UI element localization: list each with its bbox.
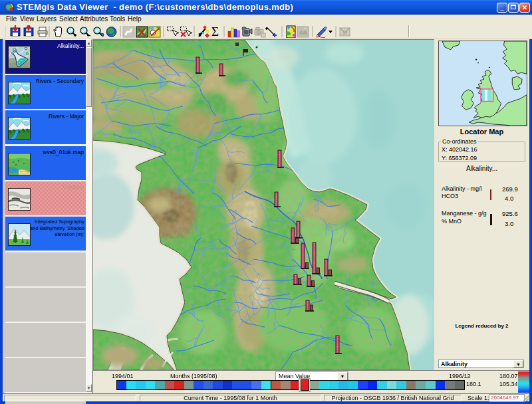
svg-text:M: M (342, 29, 348, 36)
svg-text:Σ: Σ (211, 25, 219, 38)
